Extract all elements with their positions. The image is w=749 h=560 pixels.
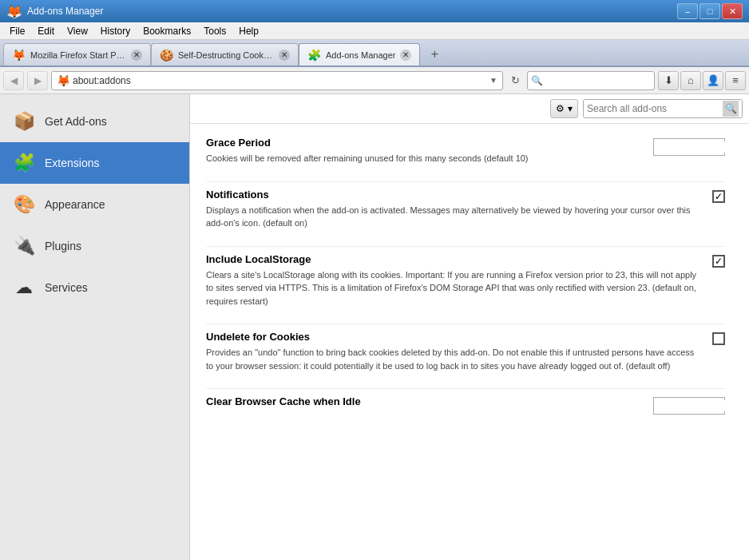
main-container: 📦 Get Add-ons 🧩 Extensions 🎨 Appearance … bbox=[0, 94, 749, 560]
grace-period-control: ▲ ▼ bbox=[653, 137, 725, 156]
menu-bar: File Edit View History Bookmarks Tools H… bbox=[0, 22, 749, 40]
notifications-label-col: Notifications Displays a notification wh… bbox=[206, 189, 699, 230]
setting-undelete: Undelete for Cookies Provides an "undo" … bbox=[206, 331, 725, 372]
grace-period-input[interactable] bbox=[654, 141, 749, 153]
divider-4 bbox=[206, 388, 725, 389]
undelete-control bbox=[712, 331, 725, 345]
sidebar-label-get-addons: Get Add-ons bbox=[45, 115, 107, 128]
setting-notifications: Notifications Displays a notification wh… bbox=[206, 189, 725, 230]
sidebar-label-plugins: Plugins bbox=[45, 240, 81, 252]
notifications-control bbox=[712, 189, 725, 203]
tab-firefox-close[interactable]: ✕ bbox=[131, 50, 142, 61]
sidebar-item-appearance[interactable]: 🎨 Appearance bbox=[0, 184, 189, 225]
browser-search-icon: 🔍 bbox=[531, 75, 543, 86]
address-dropdown[interactable]: ▼ bbox=[489, 76, 497, 85]
extensions-icon: 🧩 bbox=[11, 150, 37, 176]
setting-grace-period: Grace Period Cookies will be removed aft… bbox=[206, 137, 725, 165]
sidebar-item-services[interactable]: ☁ Services bbox=[0, 267, 189, 308]
title-bar-left: 🦊 Add-ons Manager bbox=[6, 4, 103, 19]
tab-firefox-label: Mozilla Firefox Start Page bbox=[30, 50, 126, 60]
tab-self-destructing[interactable]: 🍪 Self-Destructing Cookies -- Sur... ✕ bbox=[151, 43, 299, 66]
get-addons-icon: 📦 bbox=[11, 109, 37, 134]
undelete-desc: Provides an "undo" function to bring bac… bbox=[206, 346, 699, 372]
tab-cookie-icon: 🍪 bbox=[160, 49, 173, 62]
menu-bookmarks[interactable]: Bookmarks bbox=[137, 24, 197, 38]
gear-dropdown-icon: ▾ bbox=[568, 103, 573, 114]
menu-tools[interactable]: Tools bbox=[197, 24, 232, 38]
close-button[interactable]: ✕ bbox=[722, 3, 743, 19]
notifications-checkbox[interactable] bbox=[712, 190, 725, 203]
clear-cache-input-wrap: ▲ ▼ bbox=[653, 397, 725, 415]
site-icon: 🦊 bbox=[57, 74, 69, 87]
home-button[interactable]: ⌂ bbox=[680, 71, 701, 90]
gear-button[interactable]: ⚙ ▾ bbox=[550, 99, 578, 118]
localstorage-checkbox[interactable] bbox=[712, 255, 725, 268]
refresh-button[interactable]: ↻ bbox=[506, 72, 524, 89]
tab-bar: 🦊 Mozilla Firefox Start Page ✕ 🍪 Self-De… bbox=[0, 40, 749, 67]
undelete-label-col: Undelete for Cookies Provides an "undo" … bbox=[206, 331, 699, 372]
tab-addons-manager[interactable]: 🧩 Add-ons Manager ✕ bbox=[299, 43, 420, 66]
content-area: ⚙ ▾ 🔍 Grace Period Cookies will be remov… bbox=[190, 94, 749, 560]
addon-toolbar: ⚙ ▾ 🔍 bbox=[190, 94, 749, 124]
toolbar-right-buttons: ⬇ ⌂ 👤 ≡ bbox=[658, 71, 746, 90]
plugins-icon: 🔌 bbox=[11, 233, 37, 259]
setting-clear-cache: Clear Browser Cache when Idle ▲ ▼ bbox=[206, 395, 725, 415]
address-text: about:addons bbox=[73, 75, 486, 86]
undelete-title: Undelete for Cookies bbox=[206, 331, 699, 343]
tab-self-destructing-close[interactable]: ✕ bbox=[279, 50, 290, 61]
localstorage-control bbox=[712, 253, 725, 268]
firefox-logo: 🦊 bbox=[6, 4, 22, 19]
appearance-icon: 🎨 bbox=[11, 192, 37, 217]
divider-2 bbox=[206, 246, 725, 247]
clear-cache-title: Clear Browser Cache when Idle bbox=[206, 395, 640, 407]
sidebar: 📦 Get Add-ons 🧩 Extensions 🎨 Appearance … bbox=[0, 94, 190, 560]
forward-button[interactable]: ▶ bbox=[27, 71, 48, 90]
menu-file[interactable]: File bbox=[3, 24, 31, 38]
menu-button[interactable]: ≡ bbox=[725, 71, 746, 90]
back-button[interactable]: ◀ bbox=[3, 71, 24, 90]
browser-search-wrap: 🔍 bbox=[527, 71, 655, 90]
menu-help[interactable]: Help bbox=[232, 24, 265, 38]
window-controls: – □ ✕ bbox=[677, 3, 743, 19]
maximize-button[interactable]: □ bbox=[699, 3, 720, 19]
address-bar: ◀ ▶ 🦊 about:addons ▼ ↻ 🔍 ⬇ ⌂ 👤 ≡ bbox=[0, 67, 749, 94]
localstorage-title: Include LocalStorage bbox=[206, 253, 699, 265]
title-bar: 🦊 Add-ons Manager – □ ✕ bbox=[0, 0, 749, 22]
menu-view[interactable]: View bbox=[61, 24, 94, 38]
localstorage-desc: Clears a site's LocalStorage along with … bbox=[206, 268, 699, 308]
services-icon: ☁ bbox=[11, 275, 37, 300]
menu-history[interactable]: History bbox=[94, 24, 137, 38]
search-addon-button[interactable]: 🔍 bbox=[723, 101, 739, 117]
address-input-wrap: 🦊 about:addons ▼ bbox=[51, 71, 503, 90]
clear-cache-input[interactable] bbox=[654, 400, 749, 411]
search-addon-input[interactable] bbox=[587, 103, 719, 114]
sidebar-label-appearance: Appearance bbox=[45, 198, 105, 211]
grace-period-title: Grace Period bbox=[206, 137, 640, 149]
settings-scroll[interactable]: Grace Period Cookies will be removed aft… bbox=[190, 124, 749, 560]
tab-addon-icon: 🧩 bbox=[307, 49, 321, 62]
clear-cache-label-col: Clear Browser Cache when Idle bbox=[206, 395, 640, 411]
sidebar-label-extensions: Extensions bbox=[45, 157, 99, 169]
tab-firefox-start[interactable]: 🦊 Mozilla Firefox Start Page ✕ bbox=[3, 43, 151, 66]
avatar-button[interactable]: 👤 bbox=[703, 71, 723, 90]
sidebar-label-services: Services bbox=[45, 281, 88, 294]
sidebar-item-plugins[interactable]: 🔌 Plugins bbox=[0, 225, 189, 267]
divider-1 bbox=[206, 181, 725, 182]
sidebar-item-get-addons[interactable]: 📦 Get Add-ons bbox=[0, 101, 189, 142]
undelete-checkbox[interactable] bbox=[712, 332, 725, 345]
localstorage-label-col: Include LocalStorage Clears a site's Loc… bbox=[206, 253, 699, 308]
gear-icon: ⚙ bbox=[556, 103, 565, 114]
grace-period-label-col: Grace Period Cookies will be removed aft… bbox=[206, 137, 640, 165]
tab-addons-close[interactable]: ✕ bbox=[400, 50, 411, 61]
grace-period-input-wrap: ▲ ▼ bbox=[653, 138, 725, 156]
new-tab-button[interactable]: + bbox=[423, 43, 446, 66]
notifications-desc: Displays a notification when the add-on … bbox=[206, 204, 699, 230]
setting-localstorage: Include LocalStorage Clears a site's Loc… bbox=[206, 253, 725, 308]
sidebar-item-extensions[interactable]: 🧩 Extensions bbox=[0, 142, 189, 184]
minimize-button[interactable]: – bbox=[677, 3, 698, 19]
menu-edit[interactable]: Edit bbox=[31, 24, 61, 38]
divider-3 bbox=[206, 324, 725, 324]
notifications-title: Notifications bbox=[206, 189, 699, 201]
window-title: Add-ons Manager bbox=[27, 6, 103, 17]
download-button[interactable]: ⬇ bbox=[658, 71, 679, 90]
